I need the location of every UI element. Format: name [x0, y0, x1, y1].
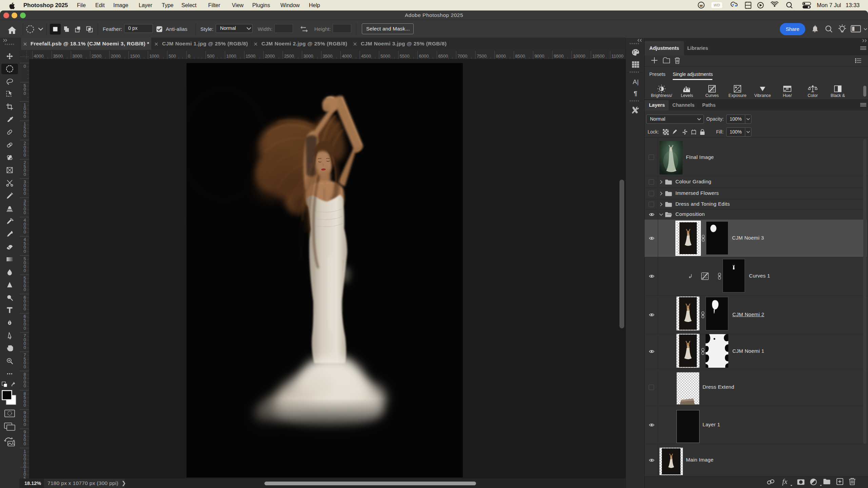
- svg-text:5000: 5000: [380, 54, 390, 59]
- svg-text:7500: 7500: [477, 54, 487, 59]
- svg-text:3000: 3000: [303, 54, 313, 59]
- svg-text:0: 0: [23, 287, 26, 292]
- svg-text:1000: 1000: [226, 54, 236, 59]
- svg-text:4000: 4000: [34, 54, 44, 59]
- svg-text:0: 0: [23, 114, 26, 119]
- svg-text:10500: 10500: [592, 54, 605, 59]
- svg-text:0: 0: [23, 268, 26, 273]
- svg-text:2500: 2500: [284, 54, 294, 59]
- svg-text:3000: 3000: [72, 54, 82, 59]
- svg-text:w: w: [699, 3, 703, 7]
- svg-text:0: 0: [188, 54, 190, 59]
- svg-text:1000: 1000: [149, 54, 159, 59]
- svg-text:9000: 9000: [534, 54, 544, 59]
- svg-text:0: 0: [23, 64, 26, 69]
- svg-text:2500: 2500: [92, 54, 101, 59]
- svg-text:0: 0: [23, 345, 26, 350]
- svg-text:3500: 3500: [53, 54, 63, 59]
- svg-text:0: 0: [23, 191, 26, 196]
- svg-text:7000: 7000: [457, 54, 467, 59]
- svg-text:0: 0: [23, 326, 26, 331]
- svg-text:4500: 4500: [361, 54, 371, 59]
- svg-text:0: 0: [23, 364, 26, 369]
- svg-text:0: 0: [23, 306, 26, 311]
- svg-text:10000: 10000: [573, 54, 585, 59]
- svg-text:1500: 1500: [245, 54, 255, 59]
- svg-text:0: 0: [23, 403, 26, 408]
- svg-text:6500: 6500: [438, 54, 448, 59]
- svg-text:3500: 3500: [323, 54, 333, 59]
- svg-text:0: 0: [23, 383, 26, 388]
- svg-text:2000: 2000: [111, 54, 121, 59]
- svg-text:0: 0: [23, 441, 26, 446]
- svg-text:0: 0: [23, 210, 26, 215]
- svg-text:0: 0: [23, 172, 26, 177]
- svg-text:0: 0: [23, 249, 26, 254]
- svg-text:9500: 9500: [554, 54, 564, 59]
- svg-text:4000: 4000: [342, 54, 352, 59]
- svg-text:0: 0: [23, 152, 26, 158]
- svg-text:0: 0: [23, 133, 26, 138]
- svg-text:2000: 2000: [265, 54, 275, 59]
- svg-text:8000: 8000: [496, 54, 506, 59]
- svg-text:5500: 5500: [400, 54, 410, 59]
- svg-text:1500: 1500: [130, 54, 140, 59]
- svg-text:fx: fx: [782, 477, 788, 486]
- svg-text:6000: 6000: [419, 54, 429, 59]
- svg-text:WD: WD: [713, 3, 720, 7]
- svg-text:0: 0: [23, 91, 26, 96]
- svg-text:0: 0: [23, 422, 26, 427]
- svg-text:5: 5: [23, 476, 26, 479]
- svg-text:0: 0: [23, 229, 26, 235]
- svg-text:8500: 8500: [515, 54, 525, 59]
